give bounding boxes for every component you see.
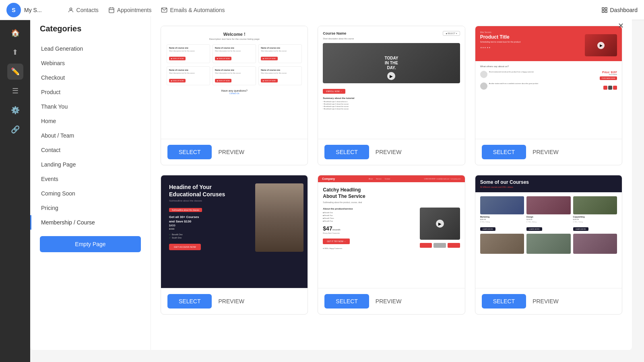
template-3-actions: SELECT PREVIEW (475, 139, 622, 165)
category-about-team[interactable]: About / Team (30, 128, 151, 143)
template-modal: ✕ Categories Lead Generation Webinars Ch… (30, 16, 632, 350)
modal-close-button[interactable]: ✕ (616, 21, 625, 31)
category-membership-course[interactable]: Membership / Course (30, 215, 151, 230)
svg-rect-7 (605, 8, 607, 10)
svg-rect-6 (602, 8, 604, 10)
template-3-select-button[interactable]: SELECT (482, 145, 526, 159)
category-product[interactable]: Product (30, 85, 151, 99)
app-title: My S... (24, 7, 42, 13)
contacts-icon (68, 7, 74, 13)
category-contact[interactable]: Contact (30, 143, 151, 157)
nav-items: Contacts Appointments Emails & Automatio… (68, 5, 225, 15)
template-5-preview-link[interactable]: PREVIEW (376, 298, 402, 304)
templates-grid: Welcome ! Description text here for the … (161, 26, 622, 315)
svg-rect-8 (602, 10, 604, 12)
template-card-2: Course Name ■ SELECT ▾ Short description… (318, 26, 465, 165)
categories-panel: Categories Lead Generation Webinars Chec… (30, 16, 151, 350)
template-card-5: Company About Service Contact 1.800.000.… (318, 175, 465, 315)
category-events[interactable]: Events (30, 172, 151, 186)
svg-rect-1 (109, 8, 114, 12)
sidebar-dashboard-icon[interactable]: 🏠 (7, 25, 23, 41)
template-card-4: Headine of Your Educational Coruses Subh… (161, 175, 308, 315)
templates-panel: Welcome ! Description text here for the … (151, 16, 632, 350)
template-preview-2: Course Name ■ SELECT ▾ Short description… (318, 26, 464, 139)
category-checkout[interactable]: Checkout (30, 70, 151, 85)
template-2-actions: SELECT PREVIEW (318, 139, 464, 165)
category-thank-you[interactable]: Thank You (30, 99, 151, 114)
category-webinars[interactable]: Webinars (30, 56, 151, 70)
email-icon (161, 7, 167, 13)
nav-appointments[interactable]: Appointments (108, 5, 152, 15)
dashboard-button[interactable]: Dashboard (601, 7, 638, 13)
app-logo-icon: S (6, 3, 21, 17)
sidebar-settings-icon[interactable]: ⚙️ (7, 102, 23, 118)
svg-point-0 (70, 8, 72, 10)
template-5-actions: SELECT PREVIEW (318, 288, 464, 314)
nav-contacts[interactable]: Contacts (68, 5, 99, 15)
template-3-preview-link[interactable]: PREVIEW (533, 149, 559, 155)
category-home[interactable]: Home (30, 114, 151, 128)
template-preview-1: Welcome ! Description text here for the … (161, 26, 308, 139)
template-4-select-button[interactable]: SELECT (167, 294, 212, 309)
template-2-select-button[interactable]: SELECT (324, 145, 369, 159)
categories-title: Categories (30, 24, 151, 41)
template-preview-6: Some of our Courses 32 different courses… (475, 175, 622, 288)
sidebar-external-icon[interactable]: 🔗 (7, 121, 23, 138)
category-landing-page[interactable]: Landing Page (30, 157, 151, 172)
template-1-select-button[interactable]: SELECT (167, 145, 212, 159)
nav-emails[interactable]: Emails & Automations (161, 5, 225, 15)
category-pricing[interactable]: Pricing (30, 201, 151, 215)
calendar-icon (108, 7, 115, 13)
template-4-preview-link[interactable]: PREVIEW (218, 298, 244, 304)
sidebar-edit-icon[interactable]: ✏️ (7, 64, 23, 80)
nav-right: Dashboard (601, 7, 638, 13)
nav-logo: S My S... (6, 3, 42, 17)
category-coming-soon[interactable]: Coming Soon (30, 186, 151, 201)
left-sidebar: 🏠 ⬆ ✏️ ☰ ⚙️ 🔗 (0, 20, 30, 362)
template-preview-3: Elite Secrets Product Title Scheduling t… (475, 26, 622, 139)
template-preview-4: Headine of Your Educational Coruses Subh… (161, 175, 308, 288)
template-6-select-button[interactable]: SELECT (482, 294, 526, 309)
template-card-3: Elite Secrets Product Title Scheduling t… (475, 26, 622, 165)
template-4-actions: SELECT PREVIEW (161, 288, 308, 314)
empty-page-button[interactable]: Empty Page (40, 236, 141, 252)
template-preview-5: Company About Service Contact 1.800.000.… (318, 175, 464, 288)
sidebar-list-icon[interactable]: ☰ (7, 83, 23, 99)
grid-icon (601, 7, 608, 13)
svg-rect-9 (605, 10, 607, 12)
sidebar-upload-icon[interactable]: ⬆ (7, 44, 23, 60)
template-6-preview-link[interactable]: PREVIEW (533, 298, 559, 304)
template-5-select-button[interactable]: SELECT (324, 294, 369, 309)
template-6-actions: SELECT PREVIEW (475, 288, 622, 314)
template-1-preview-link[interactable]: PREVIEW (218, 149, 244, 155)
template-card-6: Some of our Courses 32 different courses… (475, 175, 622, 315)
template-2-preview-link[interactable]: PREVIEW (376, 149, 402, 155)
category-lead-generation[interactable]: Lead Generation (30, 41, 151, 56)
template-1-actions: SELECT PREVIEW (161, 139, 308, 165)
template-card-1: Welcome ! Description text here for the … (161, 26, 308, 165)
